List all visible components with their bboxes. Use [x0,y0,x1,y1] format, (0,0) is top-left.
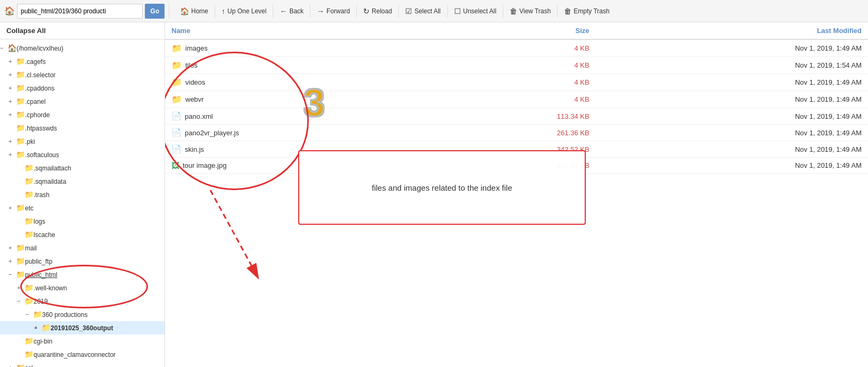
tree-item-label: 2019 [34,297,48,306]
sidebar-tree-item-20[interactable]: − 📁 360 productions [0,308,165,321]
table-row[interactable]: 🖼 tour image.jpg 132.91 KB Nov 1, 2019, … [165,158,868,174]
file-name-cell: 📁 images [165,39,441,57]
file-list-body: 📁 images 4 KB Nov 1, 2019, 1:49 AM 📁 til… [165,39,868,174]
file-name-cell: 🖼 tour image.jpg [165,158,441,174]
sidebar-tree-item-4[interactable]: + 📁 .cpanel [0,95,165,108]
tree-item-label: quarantine_clamavconnector [34,350,116,360]
file-size-cell: 132.91 KB [441,158,596,174]
sidebar-tree-item-19[interactable]: − 📁 2019 [0,295,165,308]
file-size-cell: 4 KB [441,74,596,91]
tree-item-label: .well-known [34,283,67,293]
file-name-label: skin.js [185,145,204,153]
folder-tree-icon: 📁 [16,362,25,367]
file-name-cell: 📁 webvr [165,91,441,108]
sidebar-tree-item-6[interactable]: 📁 .htpasswds [0,121,165,135]
separator-8 [557,5,558,18]
sidebar-tree-item-12[interactable]: + 📁 etc [0,201,165,215]
folder-icon: 📁 [171,60,182,70]
file-date-cell: Nov 1, 2019, 1:49 AM [596,39,868,57]
reload-button[interactable]: ↻ Reload [359,5,396,18]
sidebar-tree-item-10[interactable]: 📁 .sqmaildata [0,175,165,188]
svg-line-0 [210,190,258,278]
tree-item-label: .cl.selector [25,70,55,80]
file-name-label: pano.xml [185,112,213,120]
file-date-cell: Nov 1, 2019, 1:49 AM [596,125,868,141]
sidebar-tree-item-3[interactable]: + 📁 .cpaddons [0,81,165,95]
tree-toggle: − [9,270,16,279]
go-button[interactable]: Go [145,4,165,19]
select-all-button[interactable]: ☑ Select All [401,5,445,18]
sidebar-tree-item-17[interactable]: − 📁 public_html [0,268,165,281]
file-name-cell: 📁 tiles [165,57,441,74]
tree-toggle: − [0,44,7,53]
sidebar-tree-item-7[interactable]: + 📁 .pki [0,135,165,148]
file-size-cell: 261.36 KB [441,125,596,141]
file-table: Name Size Last Modified 📁 images 4 KB No… [165,22,868,174]
sidebar-tree-item-13[interactable]: 📁 logs [0,215,165,228]
table-row[interactable]: 📄 skin.js 342.52 KB Nov 1, 2019, 1:49 AM [165,141,868,158]
sidebar-tree-item-2[interactable]: + 📁 .cl.selector [0,68,165,81]
forward-button[interactable]: → Forward [313,5,354,18]
doc-icon: 📄 [171,111,182,121]
tree-toggle: + [9,84,16,93]
separator-4 [356,5,357,18]
home-button[interactable]: 🏠 Home [176,5,212,18]
sidebar-tree-item-22[interactable]: 📁 cgi-bin [0,335,165,348]
folder-tree-icon: 📁 [16,69,25,80]
file-name-label: videos [185,78,206,86]
folder-tree-icon: 📁 [24,189,34,200]
sidebar-tree-item-23[interactable]: 📁 quarantine_clamavconnector [0,348,165,361]
sidebar: Collapse All − 🏠 (/home/icvxlheu) + 📁 .c… [0,22,165,367]
view-trash-button[interactable]: 🗑 View Trash [505,5,555,18]
separator-7 [503,5,503,18]
home-path-icon: 🏠 [4,6,15,16]
tree-item-label: .cpanel [25,97,46,107]
sidebar-tree-item-15[interactable]: + 📁 mail [0,241,165,255]
path-input[interactable] [17,4,143,19]
folder-tree-icon: 📁 [33,309,42,320]
file-date-cell: Nov 1, 2019, 1:49 AM [596,141,868,158]
tree-item-label: .cpaddons [25,84,54,93]
table-row[interactable]: 📁 webvr 4 KB Nov 1, 2019, 1:49 AM [165,91,868,108]
folder-tree-icon: 📁 [24,282,34,293]
folder-tree-icon: 📁 [16,202,25,214]
sidebar-tree-item-16[interactable]: + 📁 public_ftp [0,255,165,268]
sidebar-tree-item-18[interactable]: + 📁 .well-known [0,281,165,295]
tree-item-label: lscache [34,230,55,240]
sidebar-tree-item-24[interactable]: + 📁 ssl [0,361,165,367]
app-container: 🏠 Go 🏠 Home ↑ Up One Level ← Back → Forw… [0,0,868,367]
toolbar-actions: 🏠 Home ↑ Up One Level ← Back → Forward ↻… [171,5,864,18]
file-name-cell: 📁 videos [165,74,441,91]
tree-toggle: − [17,297,24,306]
table-row[interactable]: 📄 pano.xml 113.34 KB Nov 1, 2019, 1:49 A… [165,108,868,125]
empty-trash-button[interactable]: 🗑 Empty Trash [560,5,613,18]
tree-item-label: .sqmailattach [34,164,71,173]
table-row[interactable]: 📁 tiles 4 KB Nov 1, 2019, 1:54 AM [165,57,868,74]
folder-tree-icon: 📁 [24,336,34,347]
sidebar-tree-item-1[interactable]: + 📁 .cagefs [0,55,165,68]
table-row[interactable]: 📁 images 4 KB Nov 1, 2019, 1:49 AM [165,39,868,57]
collapse-all-button[interactable]: Collapse All [0,22,165,39]
up-one-level-button[interactable]: ↑ Up One Level [217,5,271,18]
file-date-cell: Nov 1, 2019, 1:49 AM [596,158,868,174]
home-tree-icon: 🏠 [7,43,17,54]
trash-empty-icon: 🗑 [564,7,571,15]
sidebar-tree-item-5[interactable]: + 📁 .cphorde [0,108,165,121]
unselect-all-button[interactable]: ☐ Unselect All [450,5,501,18]
back-button[interactable]: ← Back [275,5,308,18]
sidebar-tree-item-14[interactable]: 📁 lscache [0,228,165,241]
sidebar-tree-item-0[interactable]: − 🏠 (/home/icvxlheu) [0,42,165,55]
sidebar-tree-item-8[interactable]: + 📁 .softaculous [0,148,165,161]
uncheck-icon: ☐ [454,7,461,15]
toolbar: 🏠 Go 🏠 Home ↑ Up One Level ← Back → Forw… [0,0,868,22]
col-modified: Last Modified [596,22,868,39]
separator-3 [310,5,310,18]
sidebar-tree-item-11[interactable]: 📁 .trash [0,188,165,201]
sidebar-tree-item-9[interactable]: 📁 .sqmailattach [0,161,165,175]
table-row[interactable]: 📄 pano2vr_player.js 261.36 KB Nov 1, 201… [165,125,868,141]
table-row[interactable]: 📁 videos 4 KB Nov 1, 2019, 1:49 AM [165,74,868,91]
file-pane: Name Size Last Modified 📁 images 4 KB No… [165,22,868,367]
tree-toggle: + [9,137,16,146]
tree-toggle: + [9,57,16,66]
sidebar-tree-item-21[interactable]: + 📁 20191025_360output [0,321,165,335]
